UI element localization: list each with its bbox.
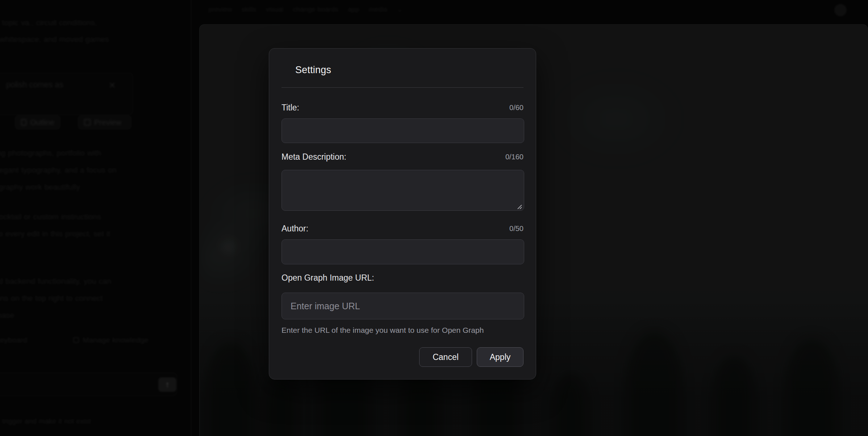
settings-modal: Settings Title: 0/60 Meta Description: 0… xyxy=(269,48,536,380)
author-counter: 0/50 xyxy=(509,223,523,234)
title-input[interactable] xyxy=(281,118,524,143)
title-counter: 0/60 xyxy=(509,102,523,113)
author-label: Author: xyxy=(281,223,308,234)
modal-button-row: Cancel Apply xyxy=(419,347,523,367)
apply-button[interactable]: Apply xyxy=(477,347,523,367)
modal-title: Settings xyxy=(295,64,331,76)
meta-description-counter: 0/160 xyxy=(505,152,523,162)
meta-description-label: Meta Description: xyxy=(281,152,346,162)
author-input[interactable] xyxy=(281,239,524,264)
og-image-url-input[interactable] xyxy=(281,293,524,319)
title-label: Title: xyxy=(281,102,299,113)
og-image-helper-text: Enter the URL of the image you want to u… xyxy=(281,326,524,335)
modal-divider xyxy=(281,87,523,88)
app-window: preview skills visual change boards app … xyxy=(0,0,868,436)
meta-description-textarea[interactable] xyxy=(281,170,524,211)
cancel-button[interactable]: Cancel xyxy=(419,347,472,367)
og-image-label: Open Graph Image URL: xyxy=(281,273,374,283)
